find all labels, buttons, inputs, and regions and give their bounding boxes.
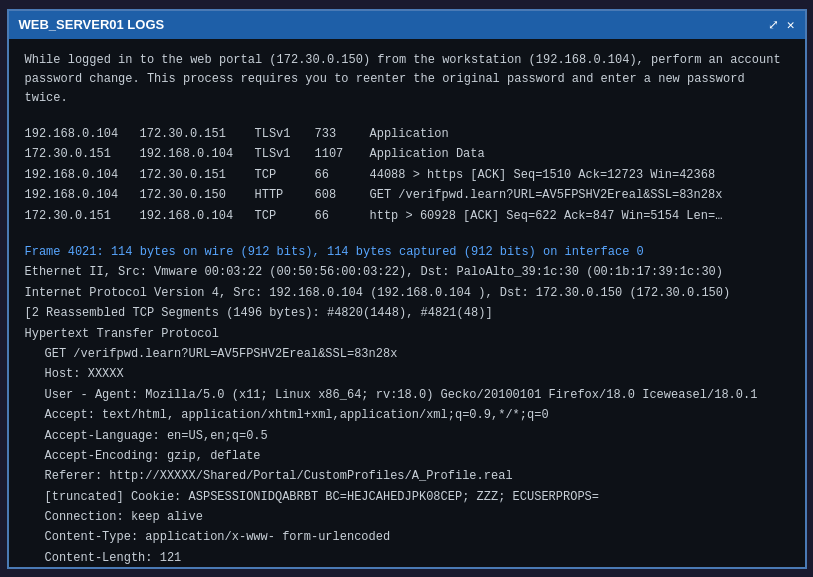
length: 1107 xyxy=(315,144,370,164)
http-accept-enc-line: Accept-Encoding: gzip, deflate xyxy=(25,446,789,466)
dst-ip: 172.30.0.151 xyxy=(140,124,255,144)
protocol: TLSv1 xyxy=(255,124,315,144)
http-get-line: GET /verifpwd.learn?URL=AV5FPSHV2Ereal&S… xyxy=(25,344,789,364)
http-protocol-line: Hypertext Transfer Protocol xyxy=(25,324,789,344)
protocol: TCP xyxy=(255,165,315,185)
frame-header: Frame 4021: 114 bytes on wire (912 bits)… xyxy=(25,242,789,262)
close-button[interactable]: ✕ xyxy=(787,17,795,33)
protocol: TCP xyxy=(255,206,315,226)
dst-ip: 172.30.0.150 xyxy=(140,185,255,205)
info: GET /verifpwd.learn?URL=AV5FPSHV2Ereal&S… xyxy=(370,185,789,205)
table-row: 172.30.0.151 192.168.0.104 TLSv1 1107 Ap… xyxy=(25,144,789,164)
dst-ip: 192.168.0.104 xyxy=(140,206,255,226)
http-host-line: Host: XXXXX xyxy=(25,364,789,384)
ethernet-line: Ethernet II, Src: Vmware 00:03:22 (00:50… xyxy=(25,262,789,282)
resize-button[interactable]: ⤢ xyxy=(768,17,779,33)
length: 66 xyxy=(315,206,370,226)
http-accept-lang-line: Accept-Language: en=US,en;q=0.5 xyxy=(25,426,789,446)
http-accept-line: Accept: text/html, application/xhtml+xml… xyxy=(25,405,789,425)
title-controls: ⤢ ✕ xyxy=(768,17,795,33)
http-content-type-line: Content-Type: application/x-www- form-ur… xyxy=(25,527,789,547)
http-connection-line: Connection: keep alive xyxy=(25,507,789,527)
description-line2: password change. This process requires y… xyxy=(25,70,789,108)
table-row: 192.168.0.104 172.30.0.151 TCP 66 44088 … xyxy=(25,165,789,185)
http-content-length-line: Content-Length: 121 xyxy=(25,548,789,567)
info: http > 60928 [ACK] Seq=622 Ack=847 Win=5… xyxy=(370,206,789,226)
protocol: TLSv1 xyxy=(255,144,315,164)
dst-ip: 172.30.0.151 xyxy=(140,165,255,185)
title-bar: WEB_SERVER01 LOGS ⤢ ✕ xyxy=(9,11,805,39)
table-row: 172.30.0.151 192.168.0.104 TCP 66 http >… xyxy=(25,206,789,226)
description-text: While logged in to the web portal (172.3… xyxy=(25,51,789,109)
ip-line: Internet Protocol Version 4, Src: 192.16… xyxy=(25,283,789,303)
src-ip: 172.30.0.151 xyxy=(25,144,140,164)
info: Application Data xyxy=(370,144,789,164)
info: 44088 > https [ACK] Seq=1510 Ack=12723 W… xyxy=(370,165,789,185)
title-bar-left: WEB_SERVER01 LOGS xyxy=(19,17,165,32)
length: 608 xyxy=(315,185,370,205)
dst-ip: 192.168.0.104 xyxy=(140,144,255,164)
main-window: WEB_SERVER01 LOGS ⤢ ✕ While logged in to… xyxy=(7,9,807,569)
content-area: While logged in to the web portal (172.3… xyxy=(9,39,805,567)
log-table: 192.168.0.104 172.30.0.151 TLSv1 733 App… xyxy=(25,124,789,226)
protocol: HTTP xyxy=(255,185,315,205)
description-line1: While logged in to the web portal (172.3… xyxy=(25,51,789,70)
frame-body: Ethernet II, Src: Vmware 00:03:22 (00:50… xyxy=(25,262,789,566)
reassembled-line: [2 Reassembled TCP Segments (1496 bytes)… xyxy=(25,303,789,323)
src-ip: 192.168.0.104 xyxy=(25,124,140,144)
table-row: 192.168.0.104 172.30.0.151 TLSv1 733 App… xyxy=(25,124,789,144)
frame-section: Frame 4021: 114 bytes on wire (912 bits)… xyxy=(25,242,789,566)
http-useragent-line: User - Agent: Mozilla/5.0 (x11; Linux x8… xyxy=(25,385,789,405)
table-row: 192.168.0.104 172.30.0.150 HTTP 608 GET … xyxy=(25,185,789,205)
window-title: WEB_SERVER01 LOGS xyxy=(19,17,165,32)
src-ip: 192.168.0.104 xyxy=(25,185,140,205)
length: 733 xyxy=(315,124,370,144)
length: 66 xyxy=(315,165,370,185)
info: Application xyxy=(370,124,789,144)
http-cookie-line: [truncated] Cookie: ASPSESSIONIDQABRBT B… xyxy=(25,487,789,507)
src-ip: 172.30.0.151 xyxy=(25,206,140,226)
http-referer-line: Referer: http://XXXXX/Shared/Portal/Cust… xyxy=(25,466,789,486)
src-ip: 192.168.0.104 xyxy=(25,165,140,185)
